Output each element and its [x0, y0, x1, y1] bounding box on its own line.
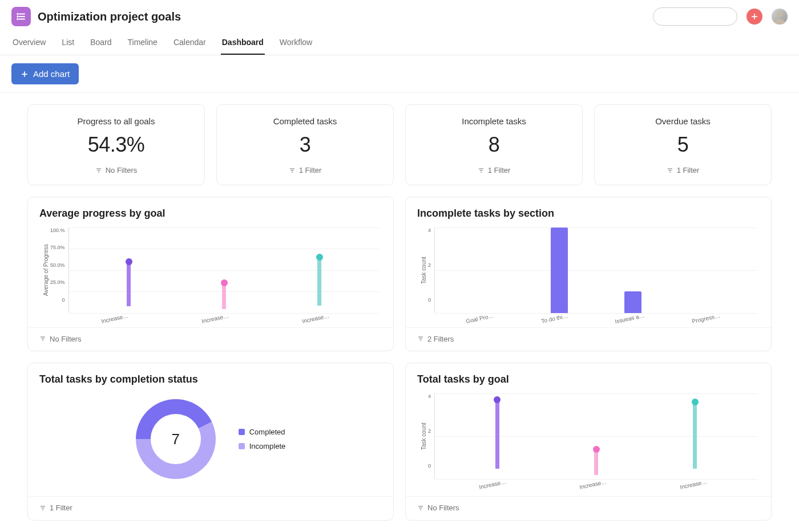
filter-icon: [95, 167, 102, 174]
stat-filter[interactable]: 1 Filter: [478, 166, 511, 174]
stat-label: Overdue tasks: [600, 116, 765, 126]
chart-by-goal[interactable]: Total tasks by goal Task count 420 Incre…: [405, 363, 772, 521]
tab-calendar[interactable]: Calendar: [172, 32, 207, 55]
global-add-button[interactable]: [746, 9, 762, 25]
stat-filter[interactable]: 1 Filter: [289, 166, 322, 174]
tab-overview[interactable]: Overview: [11, 32, 47, 55]
chart-filter[interactable]: No Filters: [417, 503, 459, 512]
chart-title: Average progress by goal: [28, 197, 393, 222]
plot-area: [434, 228, 757, 313]
svg-point-10: [777, 11, 782, 17]
donut-center-value: 7: [151, 414, 201, 464]
chart-by-completion[interactable]: Total tasks by completion status 7 Compl…: [27, 363, 394, 521]
project-icon: [11, 7, 31, 26]
stat-value: 5: [600, 133, 765, 157]
tab-board[interactable]: Board: [89, 32, 112, 55]
stat-value: 54.3%: [34, 133, 199, 157]
add-chart-label: Add chart: [33, 69, 70, 79]
stat-label: Progress to all goals: [34, 116, 199, 126]
filter-icon: [39, 335, 46, 342]
tab-dashboard[interactable]: Dashboard: [221, 32, 265, 55]
chart-filter[interactable]: No Filters: [39, 335, 82, 343]
y-axis-label: Task count: [419, 228, 428, 313]
stat-value: 3: [223, 133, 388, 157]
chart-title: Total tasks by completion status: [28, 363, 393, 388]
chart-average-progress[interactable]: Average progress by goal Average of Prog…: [27, 197, 394, 352]
svg-point-3: [17, 16, 18, 17]
header: Optimization project goals OverviewListB…: [0, 0, 799, 55]
filter-icon: [667, 167, 673, 174]
legend-item: Completed: [239, 428, 286, 436]
stats-row: Progress to all goals 54.3% No FiltersCo…: [27, 104, 772, 185]
stat-card[interactable]: Overdue tasks 5 1 Filter: [594, 104, 772, 185]
x-labels: Goal Pro…To do thi…Issueas a…Progress…: [419, 313, 757, 322]
y-ticks: 420: [428, 393, 434, 479]
add-chart-button[interactable]: Add chart: [11, 63, 79, 84]
search-box[interactable]: [653, 7, 737, 26]
y-ticks: 420: [428, 228, 434, 313]
chart-filter[interactable]: 1 Filter: [39, 503, 72, 512]
y-ticks: 100.%75.0%50.0%25.0%0: [50, 228, 68, 313]
stat-value: 8: [411, 133, 576, 157]
legend-item: Incomplete: [239, 442, 286, 450]
x-labels: Increase…Increase…Increase…: [42, 313, 380, 322]
tab-workflow[interactable]: Workflow: [279, 32, 313, 55]
y-axis-label: Average of Progress: [42, 228, 50, 313]
stat-card[interactable]: Progress to all goals 54.3% No Filters: [27, 104, 205, 185]
page-title: Optimization project goals: [38, 10, 181, 23]
svg-point-5: [17, 19, 18, 20]
filter-icon: [417, 505, 424, 511]
x-labels: Increase…Increase…Increase…: [419, 479, 757, 488]
stat-filter[interactable]: No Filters: [95, 166, 138, 174]
svg-point-1: [17, 14, 18, 15]
plus-icon: [21, 70, 29, 78]
chart-incomplete-by-section[interactable]: Incomplete tasks by section Task count 4…: [405, 197, 772, 352]
filter-icon: [39, 505, 46, 511]
toolbar: Add chart: [0, 55, 799, 93]
filter-icon: [289, 167, 296, 174]
tab-list[interactable]: List: [60, 32, 75, 55]
tabs: OverviewListBoardTimelineCalendarDashboa…: [11, 32, 788, 55]
chart-filter[interactable]: 2 Filters: [417, 335, 454, 343]
tab-timeline[interactable]: Timeline: [127, 32, 159, 55]
plot-area: [68, 228, 380, 313]
y-axis-label: Task count: [419, 393, 428, 479]
stat-filter[interactable]: 1 Filter: [667, 166, 700, 174]
stat-card[interactable]: Incomplete tasks 8 1 Filter: [405, 104, 583, 185]
avatar[interactable]: [772, 9, 788, 25]
stat-label: Completed tasks: [223, 116, 388, 126]
stat-card[interactable]: Completed tasks 3 1 Filter: [216, 104, 394, 185]
chart-legend: Completed Incomplete: [239, 428, 286, 450]
filter-icon: [478, 167, 485, 174]
chart-title: Incomplete tasks by section: [406, 197, 771, 222]
stat-label: Incomplete tasks: [411, 116, 576, 126]
donut-chart: 7: [136, 399, 216, 479]
plot-area: [434, 393, 757, 479]
filter-icon: [417, 335, 424, 342]
chart-title: Total tasks by goal: [406, 363, 771, 388]
